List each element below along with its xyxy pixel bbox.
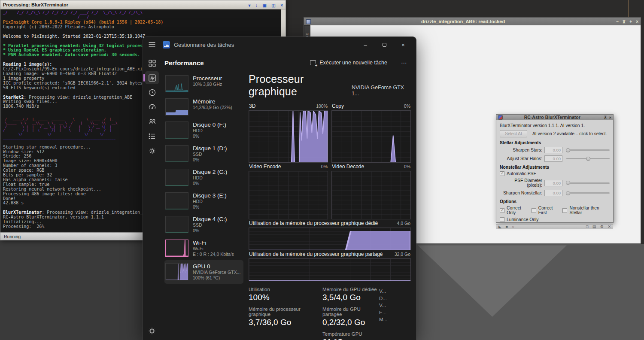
sidebar-item-app-history[interactable] bbox=[145, 86, 159, 99]
resource-detail: SSD bbox=[193, 222, 227, 228]
document-icon[interactable]: ▤ bbox=[592, 225, 596, 229]
resource-detail: 0% bbox=[193, 228, 227, 234]
task-manager-window: Gestionnaire des tâches – × bbox=[143, 36, 416, 340]
sidebar-item-services[interactable] bbox=[145, 144, 159, 157]
correct-first-checkbox[interactable] bbox=[532, 208, 536, 213]
resource-name: Wi-Fi bbox=[193, 240, 234, 246]
resource-detail: 10% 3,98 GHz bbox=[193, 82, 222, 87]
perf-list-item-gpu-0[interactable]: GPU 0NVIDIA GeForce GTX...100% (61 °C) bbox=[164, 260, 243, 284]
zoom-icon[interactable]: + bbox=[629, 19, 632, 24]
maximize-icon[interactable] bbox=[375, 38, 394, 51]
shade-icon[interactable]: ↕ bbox=[255, 3, 258, 8]
nonstellar-then-stellar-checkbox[interactable] bbox=[562, 208, 567, 213]
resource-detail: 14,2/63,9 Go (22%) bbox=[193, 105, 232, 110]
perf-list-item-disque-1-d-[interactable]: Disque 1 (D:)SSD0% bbox=[164, 142, 243, 166]
pixinsight-banner-art: _/ /_/ /_/\_\ /_/ /_/ /_/ /_/ ___/ /_/ \… bbox=[3, 10, 281, 20]
apply-icon[interactable]: ■ bbox=[505, 225, 507, 229]
more-options-button[interactable]: ⋯ bbox=[398, 58, 411, 68]
correct-only-checkbox[interactable]: ✓ bbox=[500, 208, 504, 213]
sidebar-item-performance[interactable] bbox=[145, 71, 159, 84]
perf-list-item-disque-4-c-[interactable]: Disque 4 (C:)SSD0% bbox=[164, 213, 243, 237]
resource-detail: NVIDIA GeForce GTX... bbox=[193, 270, 240, 275]
automatic-psf-checkbox[interactable]: ✓ bbox=[500, 171, 504, 176]
sidebar-item-startup-apps[interactable] bbox=[145, 100, 159, 113]
performance-resource-list: Processeur10% 3,98 GHzMémoire14,2/63,9 G… bbox=[164, 72, 243, 340]
resource-name: Disque 1 (D:) bbox=[193, 145, 227, 152]
sidebar-item-details[interactable] bbox=[145, 130, 159, 143]
sharpen-nonstellar-input[interactable]: 0.00 bbox=[544, 190, 562, 196]
apply-global-icon[interactable]: ○ bbox=[512, 225, 514, 229]
pixinsight-workspace: drizzle_integration_ABE: read-locked – ⊼… bbox=[0, 0, 644, 340]
image-window-controls: – ⊼ + × bbox=[614, 19, 638, 24]
dialog-footer-toolbar: ◣ ■ ○ □ ▤ ⚙ ✕ bbox=[496, 224, 613, 229]
gpu-chart-video-encode: Video Encode0% bbox=[249, 163, 328, 219]
console-titlebar[interactable]: Processing: BlurXTerminator ▾ ↕ ▣ ◫ × bbox=[0, 0, 286, 9]
correct-first-option: Correct First bbox=[532, 206, 557, 215]
resource-mini-graph bbox=[165, 121, 188, 139]
resource-mini-graph bbox=[165, 263, 188, 280]
task-manager-sidebar bbox=[143, 52, 161, 340]
shade-icon[interactable]: ⊼ bbox=[623, 19, 626, 24]
psf-diameter-row: PSF Diameter (pixels): 0.00 bbox=[500, 178, 610, 188]
psf-diameter-slider[interactable] bbox=[566, 182, 610, 184]
resource-mini-graph bbox=[165, 98, 188, 115]
close-icon[interactable]: × bbox=[609, 115, 611, 120]
workspace-dark-region bbox=[0, 239, 143, 340]
perf-list-item-wi-fi[interactable]: Wi-FiWi-FiE : 0 R : 24,0 Kbits/s bbox=[164, 237, 243, 260]
sidebar-item-users[interactable] bbox=[145, 115, 159, 128]
image-window-titlebar[interactable]: drizzle_integration_ABE: read-locked – ⊼… bbox=[304, 18, 641, 25]
square-icon[interactable]: □ bbox=[586, 225, 588, 229]
gpu-stat: Mémoire du GPU dédiée3,5/4,0 Go bbox=[322, 287, 379, 302]
console-title: Processing: BlurXTerminator bbox=[3, 2, 245, 7]
resource-detail: E : 0 R : 24,0 Kbits/s bbox=[193, 252, 234, 257]
new-instance-icon[interactable]: ◣ bbox=[498, 225, 501, 229]
workspace-seam-line-top bbox=[629, 0, 629, 17]
gpu-device-name: NVIDIA GeForce GTX 1... bbox=[352, 85, 411, 98]
hamburger-menu-icon[interactable] bbox=[148, 42, 156, 48]
sharpen-stars-input[interactable]: 0.00 bbox=[544, 147, 562, 153]
dialog-titlebar[interactable]: RC-Astro BlurXTerminator ⊼ × bbox=[496, 115, 613, 120]
sharpen-stars-row: Sharpen Stars: 0.00 bbox=[500, 147, 610, 153]
close-icon[interactable]: × bbox=[636, 19, 638, 24]
resource-detail: 100% (61 °C) bbox=[193, 275, 240, 281]
resource-name: Disque 4 (C:) bbox=[193, 216, 227, 222]
dock-icon[interactable]: ◫ bbox=[271, 3, 275, 8]
sharpen-stars-slider[interactable] bbox=[566, 149, 610, 151]
section-options: Options bbox=[500, 199, 610, 204]
perf-list-item-disque-3-e-[interactable]: Disque 3 (E:)HDD0% bbox=[164, 189, 243, 213]
perf-list-item-m-moire[interactable]: Mémoire14,2/63,9 Go (22%) bbox=[164, 95, 243, 118]
sidebar-item-processes[interactable] bbox=[145, 57, 159, 70]
sharpen-nonstellar-row: Sharpen Nonstellar: 0.00 bbox=[500, 190, 610, 196]
reset-icon[interactable]: ✕ bbox=[608, 225, 611, 229]
close-icon[interactable]: × bbox=[394, 38, 413, 51]
blurxterminator-dialog: RC-Astro BlurXTerminator ⊼ × BlurXTermin… bbox=[496, 114, 614, 223]
resource-name: Disque 0 (F:) bbox=[193, 121, 226, 128]
wrench-icon[interactable]: ⚙ bbox=[600, 225, 604, 229]
resource-mini-graph bbox=[165, 192, 188, 209]
adjust-star-halos-slider[interactable] bbox=[566, 158, 610, 159]
section-stellar-adjustments: Stellar Adjustments bbox=[500, 140, 610, 145]
minimize-icon[interactable]: – bbox=[616, 19, 619, 24]
luminance-only-checkbox[interactable] bbox=[500, 217, 504, 222]
task-manager-title: Gestionnaire des tâches bbox=[174, 42, 356, 48]
perf-list-item-processeur[interactable]: Processeur10% 3,98 GHz bbox=[164, 72, 243, 95]
task-manager-titlebar[interactable]: Gestionnaire des tâches – × bbox=[143, 37, 416, 52]
maximize-icon[interactable]: ▣ bbox=[262, 3, 266, 8]
close-icon[interactable]: × bbox=[280, 3, 283, 8]
sidebar-item-settings[interactable] bbox=[143, 327, 161, 335]
window-controls: – × bbox=[356, 38, 413, 51]
psf-diameter-input[interactable]: 0.00 bbox=[544, 180, 562, 186]
shade-icon[interactable]: ⊼ bbox=[604, 115, 607, 120]
perf-list-item-disque-2-g-[interactable]: Disque 2 (G:)HDD0% bbox=[164, 166, 243, 189]
run-new-task-button[interactable]: Exécuter une nouvelle tâche bbox=[306, 58, 392, 68]
minimize-icon[interactable]: – bbox=[356, 38, 375, 51]
gpu-stats: Utilisation100%Mémoire du processeur gra… bbox=[249, 287, 411, 340]
sharpen-nonstellar-slider[interactable] bbox=[566, 192, 610, 194]
adjust-star-halos-input[interactable]: 0.00 bbox=[544, 155, 562, 162]
resource-detail: SSD bbox=[193, 152, 227, 157]
select-ai-button[interactable]: Select AI bbox=[500, 130, 527, 137]
resource-mini-graph bbox=[165, 240, 188, 257]
menu-icon[interactable]: ▾ bbox=[248, 3, 250, 8]
adjust-star-halos-row: Adjust Star Halos: 0.00 bbox=[500, 155, 610, 162]
perf-list-item-disque-0-f-[interactable]: Disque 0 (F:)HDD0% bbox=[164, 118, 243, 142]
